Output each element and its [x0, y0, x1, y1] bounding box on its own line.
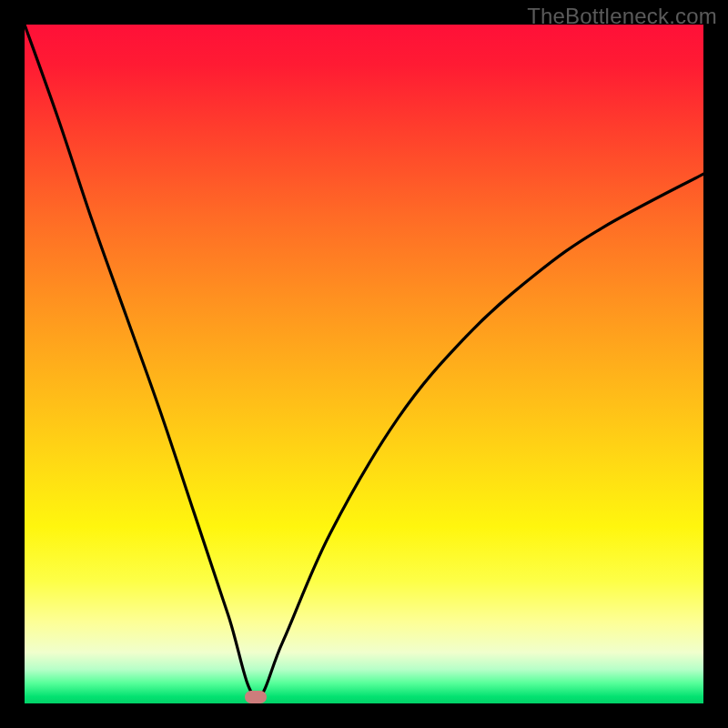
bottleneck-curve: [25, 25, 703, 697]
curve-svg: [25, 25, 703, 703]
watermark-text: TheBottleneck.com: [527, 4, 717, 29]
optimum-marker: [245, 691, 267, 703]
chart-frame: TheBottleneck.com: [0, 0, 728, 728]
plot-area: [25, 25, 703, 703]
